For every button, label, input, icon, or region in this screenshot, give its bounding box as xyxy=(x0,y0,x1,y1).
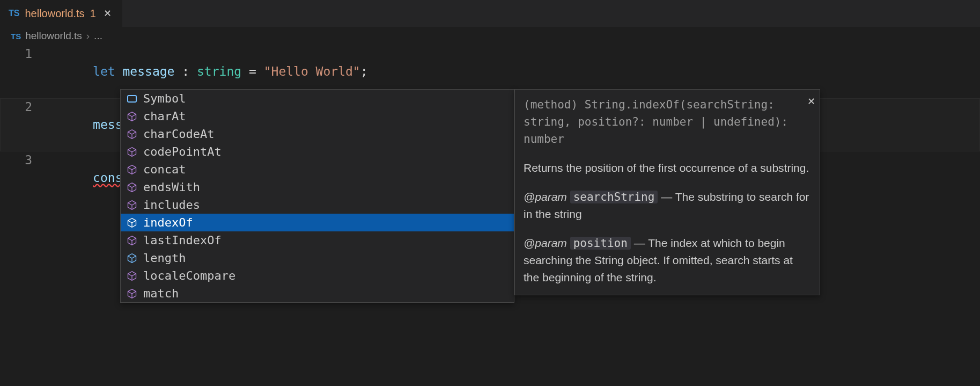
suggest-item-includes[interactable]: includes xyxy=(121,196,514,214)
tab-bar: TS helloworld.ts 1 ✕ xyxy=(0,0,980,27)
suggest-item-match[interactable]: match xyxy=(121,285,514,302)
suggest-item-charCodeAt[interactable]: charCodeAt xyxy=(121,125,514,143)
method-icon xyxy=(126,217,138,229)
line-number: 3 xyxy=(0,151,48,205)
suggest-item-length[interactable]: length xyxy=(121,249,514,267)
suggest-item-label: length xyxy=(143,251,186,265)
breadcrumb-tail: ... xyxy=(94,30,102,42)
doc-param-tag: @param xyxy=(524,191,567,203)
suggest-item-label: concat xyxy=(143,163,186,176)
method-icon xyxy=(126,270,138,282)
suggest-item-label: charCodeAt xyxy=(143,127,214,141)
doc-description: Returns the position of the first occurr… xyxy=(524,159,811,177)
method-icon xyxy=(126,164,138,176)
suggest-item-label: lastIndexOf xyxy=(143,234,222,247)
suggest-item-label: match xyxy=(143,287,179,300)
suggest-item-label: charAt xyxy=(143,110,186,123)
doc-signature: (method) String.indexOf(searchString: st… xyxy=(524,96,811,148)
intellisense-popup: SymbolcharAtcharCodeAtcodePointAtconcate… xyxy=(120,89,514,303)
method-icon xyxy=(126,235,138,246)
line-number: 2 xyxy=(0,98,48,151)
doc-param-name: searchString xyxy=(570,191,658,203)
method-icon xyxy=(126,128,138,140)
suggest-item-Symbol[interactable]: Symbol xyxy=(121,90,514,107)
method-icon xyxy=(126,199,138,211)
token-keyword: let xyxy=(93,64,115,78)
method-icon xyxy=(126,111,138,122)
suggest-item-charAt[interactable]: charAt xyxy=(121,107,514,125)
suggest-item-lastIndexOf[interactable]: lastIndexOf xyxy=(121,231,514,249)
tab-helloworld[interactable]: TS helloworld.ts 1 ✕ xyxy=(0,0,123,27)
doc-param-tag: @param xyxy=(524,237,567,249)
suggest-item-indexOf[interactable]: indexOf xyxy=(121,214,514,231)
suggest-item-label: localeCompare xyxy=(143,269,235,282)
typescript-icon: TS xyxy=(11,32,21,41)
doc-param-name: position xyxy=(570,237,631,250)
suggest-item-concat[interactable]: concat xyxy=(121,161,514,178)
suggest-item-label: codePointAt xyxy=(143,145,222,158)
suggest-item-label: endsWith xyxy=(143,180,200,194)
doc-param: @param searchString — The substring to s… xyxy=(524,188,811,223)
symbol-icon xyxy=(126,93,138,105)
line-number: 1 xyxy=(0,45,48,98)
tab-filename: helloworld.ts xyxy=(25,8,84,20)
method-icon xyxy=(126,181,138,193)
suggest-item-endsWith[interactable]: endsWith xyxy=(121,178,514,196)
suggest-item-label: indexOf xyxy=(143,216,193,229)
tab-problems-badge: 1 xyxy=(90,8,96,20)
token-string: "Hello World" xyxy=(264,64,360,78)
token-variable: message xyxy=(123,64,175,78)
close-icon[interactable]: ✕ xyxy=(101,6,114,20)
doc-param: @param position — The index at which to … xyxy=(524,235,811,286)
method-icon xyxy=(126,146,138,158)
suggest-item-label: includes xyxy=(143,198,200,212)
breadcrumb[interactable]: TS helloworld.ts › ... xyxy=(0,27,980,45)
close-icon[interactable]: ✕ xyxy=(807,93,815,110)
token-type: string xyxy=(197,64,241,78)
suggest-item-codePointAt[interactable]: codePointAt xyxy=(121,143,514,161)
property-icon xyxy=(126,252,138,264)
suggest-item-localeCompare[interactable]: localeCompare xyxy=(121,267,514,285)
intellisense-doc-panel: ✕ (method) String.indexOf(searchString: … xyxy=(514,89,820,295)
method-icon xyxy=(126,288,138,300)
suggest-item-label: Symbol xyxy=(143,92,186,105)
breadcrumb-file: helloworld.ts xyxy=(25,30,82,42)
chevron-right-icon: › xyxy=(86,30,90,42)
typescript-icon: TS xyxy=(9,9,19,18)
